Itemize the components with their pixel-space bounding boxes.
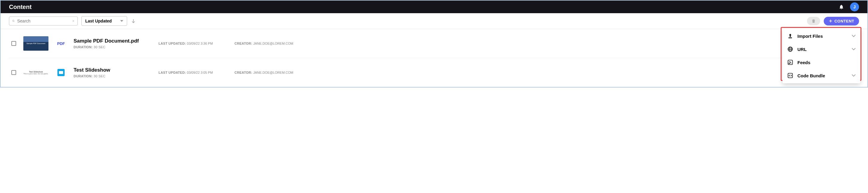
add-content-button[interactable]: CONTENT	[824, 17, 859, 25]
search-icon	[12, 19, 15, 23]
creator-value: JANE.DOE@LOREM.COM	[253, 42, 293, 45]
plus-icon	[829, 19, 833, 23]
chevron-down-icon	[120, 20, 123, 23]
row-checkbox[interactable]	[11, 41, 16, 46]
duration-value: 30 SEC	[94, 45, 105, 49]
creator-label: CREATOR:	[235, 71, 252, 74]
rss-icon	[787, 59, 793, 65]
chevron-down-icon	[852, 34, 856, 38]
sort-label: Last Updated	[85, 19, 112, 23]
delete-button[interactable]	[807, 17, 820, 25]
add-content-dropdown: Import Files URL Feeds Code Bundle	[782, 28, 860, 83]
svg-point-0	[12, 20, 14, 22]
updated-value: 03/09/22 3:05 PM	[187, 71, 213, 74]
trash-icon	[811, 19, 816, 23]
row-checkbox[interactable]	[11, 70, 16, 75]
type-badge: PDF	[56, 42, 66, 46]
creator-label: CREATOR:	[235, 42, 252, 45]
item-title: Sample PDF Document.pdf	[73, 38, 151, 44]
list-item[interactable]: Test Slideshow This is just a test. Do n…	[9, 58, 859, 87]
duration-label: DURATION:	[73, 45, 93, 49]
dropdown-item-label: Code Bundle	[798, 73, 848, 78]
clear-search-icon[interactable]	[72, 19, 75, 23]
updated-value: 03/09/22 3:36 PM	[187, 42, 213, 45]
item-main: Sample PDF Document.pdf DURATION: 30 SEC	[73, 38, 151, 49]
add-content-label: CONTENT	[835, 19, 854, 23]
search-input-wrapper[interactable]	[9, 17, 78, 25]
type-badge	[56, 69, 66, 76]
item-updated: LAST UPDATED: 03/09/22 3:36 PM	[158, 42, 227, 45]
user-avatar[interactable]: J	[850, 2, 859, 11]
svg-point-11	[789, 63, 789, 64]
dropdown-item-label: Feeds	[798, 60, 856, 65]
dropdown-item-feeds[interactable]: Feeds	[782, 56, 860, 69]
item-creator: CREATOR: JANE.DOE@LOREM.COM	[235, 71, 303, 74]
upload-icon	[787, 33, 793, 39]
updated-label: LAST UPDATED:	[158, 42, 186, 45]
sort-direction-icon[interactable]	[131, 18, 136, 24]
dropdown-item-label: URL	[798, 47, 848, 52]
chevron-down-icon	[852, 47, 856, 51]
updated-label: LAST UPDATED:	[158, 71, 186, 74]
item-thumbnail: Sample PDF Document	[23, 36, 49, 51]
content-list: Sample PDF Document PDF Sample PDF Docum…	[1, 29, 867, 87]
dropdown-item-label: Import Files	[798, 33, 848, 39]
chevron-down-icon	[852, 74, 856, 77]
creator-value: JANE.DOE@LOREM.COM	[253, 71, 293, 74]
dropdown-item-import-files[interactable]: Import Files	[782, 29, 860, 43]
item-creator: CREATOR: JANE.DOE@LOREM.COM	[235, 42, 303, 45]
pdf-type-label: PDF	[57, 42, 65, 46]
search-input[interactable]	[17, 19, 70, 23]
sort-dropdown[interactable]: Last Updated	[81, 16, 127, 26]
item-title: Test Slideshow	[73, 67, 151, 73]
item-thumbnail: Test Slideshow This is just a test. Do n…	[23, 65, 49, 80]
dropdown-item-url[interactable]: URL	[782, 43, 860, 56]
code-icon	[787, 73, 793, 79]
item-updated: LAST UPDATED: 03/09/22 3:05 PM	[158, 71, 227, 74]
page-title: Content	[9, 4, 839, 10]
item-main: Test Slideshow DURATION: 30 SEC	[73, 67, 151, 78]
duration-value: 30 SEC	[94, 74, 105, 78]
toolbar: Last Updated CONTENT Import Files URL Fe…	[1, 13, 867, 29]
dropdown-item-code-bundle[interactable]: Code Bundle	[782, 69, 860, 82]
globe-icon	[787, 46, 793, 52]
notifications-icon[interactable]	[839, 4, 844, 9]
duration-label: DURATION:	[73, 74, 93, 78]
slideshow-icon	[57, 69, 65, 76]
app-header: Content J	[1, 1, 867, 13]
list-item[interactable]: Sample PDF Document PDF Sample PDF Docum…	[9, 29, 859, 58]
svg-line-1	[14, 21, 14, 22]
